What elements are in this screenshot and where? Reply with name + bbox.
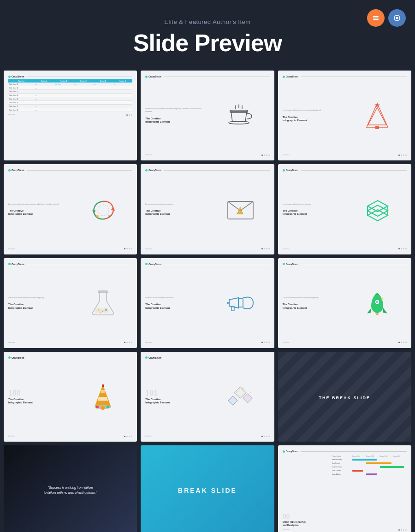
svg-marker-21 — [238, 206, 242, 210]
svg-point-18 — [108, 215, 111, 217]
quote-text: "Success is walking from failureto failu… — [39, 481, 101, 500]
svg-point-4 — [396, 17, 398, 19]
svg-point-16 — [98, 205, 109, 216]
slide-icon-diamond — [211, 384, 270, 410]
top-icons-area — [367, 9, 406, 27]
svg-marker-15 — [92, 210, 96, 213]
svg-point-17 — [96, 215, 99, 218]
slide-icon-layers — [348, 197, 407, 222]
svg-marker-48 — [102, 384, 104, 387]
slide-8-megaphone[interactable]: CrazyBison Lorem ipsum dolor sit amet co… — [141, 258, 274, 348]
slide-1-table[interactable]: CrazyBison OverviewSection ASection BSec… — [4, 71, 137, 160]
slide-14-break-blue[interactable]: BREAK SLIDE — [141, 445, 274, 532]
svg-marker-41 — [367, 308, 371, 313]
svg-point-35 — [100, 312, 101, 313]
slide-icon-recycle — [74, 197, 133, 222]
svg-point-43 — [381, 298, 383, 300]
slide-11-diamond[interactable]: CrazyBison 101 The CreativeInfographic E… — [141, 352, 274, 442]
slide-12-break-dark[interactable]: THE BREAK SLIDE — [278, 352, 411, 442]
slide-6-layers[interactable]: CrazyBison Lorem ipsum dolor sit amet co… — [278, 164, 411, 254]
blue-badge-icon — [388, 9, 406, 27]
svg-marker-55 — [243, 394, 252, 403]
slide-icon-cone — [74, 383, 133, 411]
svg-marker-11 — [368, 107, 386, 125]
slide-icon-rocket — [348, 290, 407, 316]
slide-icon-megaphone — [211, 290, 270, 316]
header-title: Slide Preview — [9, 29, 406, 57]
slide-13-quote[interactable]: "Success is walking from failureto failu… — [4, 445, 137, 532]
slide-logo: CrazyBison — [283, 75, 407, 78]
slide-4-recycle[interactable]: CrazyBison Lorem ipsum dolor sit amet co… — [4, 164, 137, 254]
slide-3-tree[interactable]: CrazyBison Lorem ipsum dolor sit amet co… — [278, 71, 411, 160]
svg-point-40 — [376, 301, 379, 303]
svg-point-32 — [98, 309, 100, 311]
slide-2-coffee[interactable]: CrazyBison Lorem ipsum dolor sit amet co… — [141, 71, 274, 160]
mini-table: OverviewSection ASection BSection CSecti… — [8, 79, 132, 112]
slide-5-mail[interactable]: CrazyBison Lorem ipsum dolor sit amet co… — [141, 164, 274, 254]
svg-point-52 — [107, 406, 109, 408]
svg-rect-37 — [238, 299, 243, 307]
svg-point-50 — [96, 406, 99, 408]
header-subtitle: Elite & Featured Author's Item — [9, 18, 406, 25]
orange-badge-icon — [367, 9, 385, 27]
svg-point-33 — [102, 310, 104, 312]
slide-footer: Item Name — [8, 114, 132, 116]
svg-rect-12 — [375, 126, 379, 129]
svg-point-44 — [372, 309, 374, 311]
slide-footer: Item Name — [145, 154, 269, 156]
svg-point-34 — [105, 308, 107, 311]
svg-rect-0 — [373, 16, 379, 17]
slide-9-rocket[interactable]: CrazyBison Lorem ipsum dolor sit amet co… — [278, 258, 411, 348]
svg-marker-56 — [228, 396, 237, 405]
svg-rect-2 — [373, 19, 379, 20]
slide-15-smart-table[interactable]: CrazyBison 00 Smart Table Analysisand De… — [278, 445, 411, 532]
break-slide-label: THE BREAK SLIDE — [319, 393, 371, 401]
slide-body-text: Lorem ipsum dolor sit amet consectetur a… — [145, 108, 208, 113]
slide-icon-flask — [74, 290, 133, 317]
svg-marker-45 — [95, 384, 111, 407]
slide-icon-mail — [211, 198, 270, 221]
svg-marker-25 — [368, 205, 388, 216]
svg-point-57 — [242, 387, 243, 389]
svg-marker-14 — [111, 207, 115, 211]
slide-icon-tree — [348, 102, 407, 130]
svg-point-51 — [101, 406, 105, 410]
blue-break-label: BREAK SLIDE — [178, 487, 237, 494]
slide-7-flask[interactable]: CrazyBison Lorem ipsum dolor sit amet co… — [4, 258, 137, 348]
slides-grid: CrazyBison OverviewSection ASection BSec… — [0, 71, 415, 532]
slide-label: The CreativeInfographic Element — [145, 117, 208, 124]
slide-icon-coffee — [211, 103, 270, 129]
slide-logo: CrazyBison — [145, 75, 269, 78]
svg-rect-1 — [373, 18, 379, 18]
slide-logo: CrazyBison — [8, 75, 132, 78]
svg-marker-46 — [98, 397, 108, 401]
svg-marker-42 — [383, 308, 387, 313]
svg-point-58 — [250, 392, 251, 393]
slide-10-cone[interactable]: CrazyBison 100 The CreativeInfographic E… — [4, 352, 137, 442]
page-header: Elite & Featured Author's Item Slide Pre… — [0, 0, 415, 71]
svg-marker-47 — [101, 390, 105, 393]
